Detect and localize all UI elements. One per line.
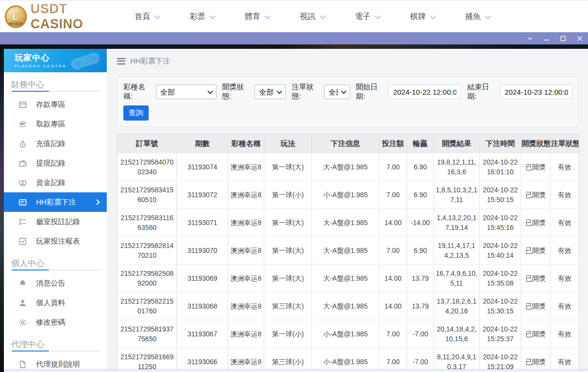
- table-cell: 2024-10-22 15:35:08: [479, 264, 521, 292]
- sidebar-item-label: 取款專區: [36, 120, 65, 129]
- nav-item-label: 視訊: [300, 12, 315, 22]
- breadcrumb: HH彩票下注: [117, 49, 578, 73]
- nav-item-電子[interactable]: 電子: [355, 12, 379, 22]
- bet-records-table: 訂單號期數彩種名稱玩法下注信息投注額輸贏開獎結果下注時間開獎狀態注單狀態 215…: [117, 134, 579, 372]
- nav-item-棋牌[interactable]: 棋牌: [410, 12, 434, 22]
- order-status-select[interactable]: 全部: [324, 84, 350, 99]
- table-cell: -14.00: [407, 208, 433, 236]
- table-cell: 澳洲幸运8: [228, 153, 264, 181]
- table-cell: 有效: [550, 320, 579, 348]
- top-navbar: U CASINO USDT CASINO 首頁彩票體育視訊電子棋牌捕魚: [0, 0, 588, 32]
- table-cell: 2152172958166911250: [118, 348, 176, 372]
- table-cell: 澳洲幸运8: [228, 348, 264, 372]
- column-header: 開獎狀態: [521, 134, 550, 153]
- close-icon[interactable]: [575, 34, 584, 43]
- table-cell: 已開獎: [521, 292, 550, 320]
- sidebar-item-消息公告[interactable]: 消息公告: [4, 273, 107, 293]
- sidebar-item-修改密碼[interactable]: 修改密碼: [4, 312, 107, 332]
- table-cell: 31193067: [176, 320, 228, 348]
- start-date-input[interactable]: [388, 84, 461, 99]
- minimize-icon[interactable]: [542, 34, 551, 43]
- sidebar-item-存款專區[interactable]: 存款專區: [4, 95, 107, 114]
- table-cell: 31193066: [176, 348, 228, 372]
- table-cell: 31193069: [176, 264, 228, 292]
- table-cell: 1,4,13,2,20,17,19,14: [433, 208, 479, 236]
- sidebar-section-title: 個人中心: [4, 251, 107, 269]
- withdraw-icon: [18, 120, 27, 128]
- room-bet-record-icon: [18, 217, 27, 226]
- chevron-down-icon: [320, 13, 326, 19]
- sidebar-item-label: 個人資料: [36, 298, 65, 308]
- table-cell: 大-A盤@1.985: [312, 292, 379, 320]
- nav-item-首頁[interactable]: 首頁: [135, 12, 159, 22]
- recharge-record-icon: [18, 139, 27, 148]
- sidebar-item-label: HH彩票下注: [36, 198, 76, 207]
- table-cell: 2024-10-22 15:30:15: [479, 292, 521, 320]
- window-titlebar: [0, 32, 588, 44]
- table-cell: 2152172958193775650: [118, 320, 176, 348]
- table-cell: 第一球(大): [264, 208, 312, 236]
- table-cell: 2152172958311663560: [118, 208, 176, 236]
- column-header: 期數: [176, 134, 228, 153]
- table-cell: 14.00: [379, 292, 407, 320]
- nav-item-彩票[interactable]: 彩票: [190, 12, 214, 22]
- maximize-icon[interactable]: [559, 34, 568, 43]
- search-button[interactable]: 查詢: [123, 105, 149, 121]
- sidebar-item-資金記錄[interactable]: 資金記錄: [4, 173, 107, 192]
- table-cell: 已開獎: [521, 348, 550, 372]
- section-divider: [12, 351, 101, 351]
- table-cell: 已開獎: [521, 236, 550, 264]
- table-row: 215217295819377565031193067澳洲幸运8第一球(小)小-…: [118, 320, 579, 348]
- table-cell: 澳洲幸运8: [228, 208, 264, 236]
- table-row: 215217295840700234031193074澳洲幸运8第一球(大)大-…: [118, 153, 579, 181]
- table-cell: 已開獎: [521, 181, 550, 208]
- table-cell: 第一球(大): [264, 236, 312, 264]
- table-cell: 2152172958281470210: [118, 236, 176, 264]
- sidebar: 玩家中心 PLAYERS CENTER 財務中心存款專區取款專區充值記錄提現記錄…: [4, 49, 107, 372]
- table-cell: 澳洲幸运8: [228, 264, 264, 292]
- end-date-input[interactable]: [500, 84, 573, 99]
- draw-status-label: 開獎狀態:: [222, 83, 253, 101]
- nav-item-label: 彩票: [190, 12, 205, 22]
- coin-ribbon: CASINO: [9, 22, 22, 25]
- sidebar-item-個人資料[interactable]: 個人資料: [4, 293, 107, 312]
- table-cell: 31193070: [176, 236, 228, 264]
- nav-item-label: 首頁: [135, 12, 150, 22]
- nav-item-label: 電子: [355, 12, 371, 22]
- nav-item-視訊[interactable]: 視訊: [300, 12, 324, 22]
- table-cell: 31193068: [176, 292, 228, 320]
- table-cell: -7.00: [407, 348, 433, 372]
- nav-item-捕魚[interactable]: 捕魚: [465, 12, 490, 22]
- chevron-down-icon: [430, 13, 436, 19]
- table-cell: 2024-10-22 15:21:09: [479, 348, 521, 372]
- table-cell: 7.00: [379, 236, 407, 264]
- table-cell: 6.90: [407, 236, 433, 264]
- sidebar-item-提現記錄[interactable]: 提現記錄: [4, 153, 107, 173]
- nav-item-體育[interactable]: 體育: [245, 12, 269, 22]
- menu-toggle-icon[interactable]: [117, 58, 125, 64]
- table-cell: 8,11,20,4,9,10,3,17: [433, 348, 479, 372]
- sidebar-item-充值記錄[interactable]: 充值記錄: [4, 134, 107, 153]
- table-row: 215217295834156051031193072澳洲幸运8第一球(小)小-…: [118, 181, 579, 208]
- dropdown-chevron-icon[interactable]: [526, 34, 534, 43]
- sidebar-item-取款專區[interactable]: 取款專區: [4, 114, 107, 134]
- sidebar-item-廳室投註記錄[interactable]: 廳室投註記錄: [4, 212, 107, 231]
- sidebar-header: 玩家中心 PLAYERS CENTER: [4, 49, 107, 72]
- table-cell: 有效: [550, 208, 579, 236]
- horizontal-scrollbar[interactable]: [4, 369, 588, 372]
- sidebar-item-HH彩票下注[interactable]: HH彩票下注: [4, 192, 107, 212]
- draw-status-select[interactable]: 全部: [255, 84, 286, 99]
- page-title: HH彩票下注: [130, 57, 170, 66]
- column-header: 下注信息: [312, 134, 379, 153]
- bell-icon: [18, 279, 27, 288]
- lottery-name-select[interactable]: 全部: [156, 84, 216, 99]
- sidebar-item-玩家投注報表[interactable]: 玩家投注報表: [4, 231, 107, 251]
- sidebar-item-label: 資金記錄: [36, 178, 65, 187]
- table-cell: 第一球(大): [264, 153, 312, 181]
- table-cell: -7.00: [407, 320, 433, 348]
- brand-logo[interactable]: U CASINO USDT CASINO: [5, 1, 121, 32]
- sidebar-nav: 財務中心存款專區取款專區充值記錄提現記錄資金記錄HH彩票下注廳室投註記錄玩家投注…: [4, 72, 107, 372]
- table-cell: 2152172958221501760: [118, 292, 176, 320]
- chevron-down-icon: [265, 13, 271, 19]
- table-cell: 有效: [550, 236, 579, 264]
